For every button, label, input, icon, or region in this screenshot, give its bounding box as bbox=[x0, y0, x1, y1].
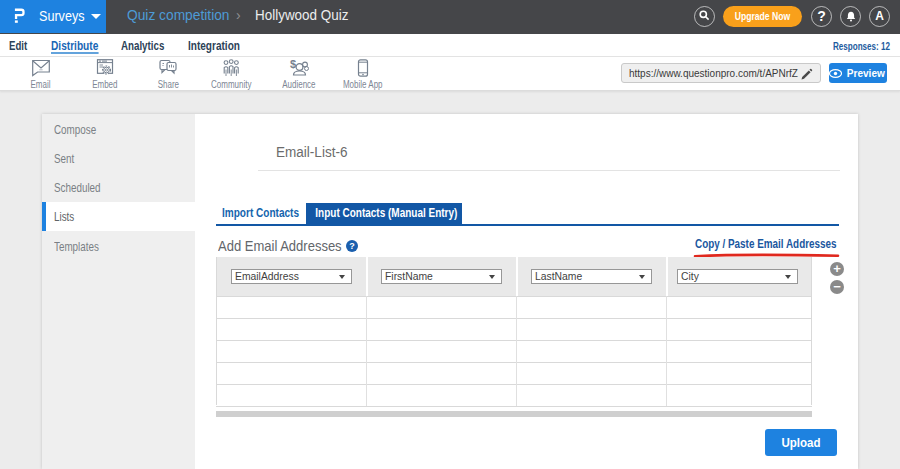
svg-text:$: $ bbox=[290, 59, 296, 70]
